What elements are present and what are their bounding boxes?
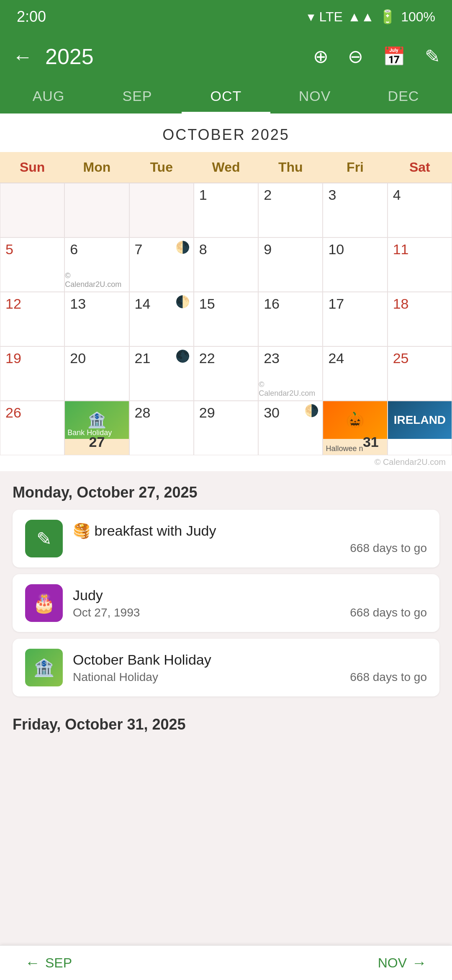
calendar-grid: 1 2 3 4 5 6 © Calendar2U.com 7 🌗 8 9 — [0, 183, 452, 455]
cal-cell-19[interactable]: 19 — [0, 346, 64, 401]
day-number: 17 — [323, 292, 387, 315]
prev-month-label: SEP — [45, 955, 72, 971]
cal-cell-21[interactable]: 21 🌑 — [129, 346, 194, 401]
cal-cell-10[interactable]: 10 — [323, 237, 387, 292]
cal-cell-empty — [64, 183, 129, 237]
cal-cell-5[interactable]: 5 — [0, 237, 64, 292]
year-label: 2025 — [45, 44, 301, 69]
status-icons: ▾ LTE ▲▲ 🔋 100% — [308, 9, 436, 25]
day-number: 16 — [259, 292, 322, 315]
day-number: 12 — [0, 292, 64, 315]
toolbar-icons: ⊕ ⊖ 📅 ✎ — [310, 42, 444, 71]
event-text-judy: Judy Oct 27, 1993 — [73, 587, 140, 619]
cal-cell-12[interactable]: 12 — [0, 292, 64, 346]
day-number: 24 — [323, 347, 387, 370]
prev-arrow-icon: ← — [25, 954, 40, 972]
event-days-row: 668 days to go — [73, 542, 427, 555]
next-month-button[interactable]: NOV → — [378, 954, 427, 972]
cal-cell-7[interactable]: 7 🌗 — [129, 237, 194, 292]
cal-cell-31[interactable]: 🎃 Hallowee n 31 — [323, 401, 387, 455]
cal-cell-26[interactable]: 26 — [0, 401, 64, 455]
battery-icon: 🔋 — [379, 9, 396, 25]
event-card-inner-judy: Judy Oct 27, 1993 668 days to go — [73, 587, 427, 619]
signal-icon: ▲▲ — [348, 9, 374, 25]
battery-percent: 100% — [401, 9, 435, 25]
cal-cell-1[interactable]: 1 — [194, 183, 258, 237]
day-number: 15 — [194, 292, 258, 315]
event-icon-bank: 🏦 — [25, 649, 63, 686]
tab-nov[interactable]: NOV — [270, 80, 359, 113]
next-month-label: NOV — [378, 955, 407, 971]
day-number: 25 — [388, 347, 452, 370]
cal-cell-8[interactable]: 8 — [194, 237, 258, 292]
cal-cell-13[interactable]: 13 — [64, 292, 129, 346]
wifi-icon: ▾ — [308, 9, 314, 25]
cal-cell-2[interactable]: 2 — [258, 183, 323, 237]
cal-cell-30[interactable]: 30 🌗 — [258, 401, 323, 455]
event-text-bank: October Bank Holiday National Holiday — [73, 652, 211, 684]
cal-cell-4[interactable]: 4 — [388, 183, 452, 237]
calendar-title: OCTOBER 2025 — [0, 113, 452, 152]
event-card-inner-bank: October Bank Holiday National Holiday 66… — [73, 652, 427, 684]
header-thu: Thu — [258, 152, 323, 183]
cal-cell-15[interactable]: 15 — [194, 292, 258, 346]
tab-dec[interactable]: DEC — [359, 80, 448, 113]
birthday-icon: 🎂 — [33, 592, 56, 614]
tab-aug[interactable]: AUG — [4, 80, 93, 113]
day-number: 27 — [84, 431, 110, 454]
watermark-23: © Calendar2U.com — [259, 380, 321, 398]
tab-oct[interactable]: OCT — [182, 80, 270, 113]
day-number: 8 — [194, 238, 258, 261]
day-number: 28 — [130, 401, 193, 424]
prev-month-button[interactable]: ← SEP — [25, 954, 72, 972]
cal-cell-16[interactable]: 16 — [258, 292, 323, 346]
days-to-go-judy: 668 days to go — [350, 606, 427, 619]
day-number: 23 — [259, 347, 322, 370]
event-title-bank: October Bank Holiday — [73, 652, 211, 668]
header-sun: Sun — [0, 152, 64, 183]
event-card-bank-holiday[interactable]: 🏦 October Bank Holiday National Holiday … — [13, 639, 439, 696]
cal-cell-14[interactable]: 14 🌓 — [129, 292, 194, 346]
cal-cell-29[interactable]: 29 — [194, 401, 258, 455]
day-number: 1 — [194, 183, 258, 206]
cal-cell-17[interactable]: 17 — [323, 292, 387, 346]
watermark-6: © Calendar2U.com — [65, 271, 125, 289]
back-button[interactable]: ← — [8, 41, 37, 72]
moon-icon-21: 🌑 — [175, 349, 190, 363]
day-number: 11 — [388, 238, 452, 261]
cal-cell-6[interactable]: 6 © Calendar2U.com — [64, 237, 129, 292]
cal-cell-20[interactable]: 20 — [64, 346, 129, 401]
bottom-nav: ← SEP NOV → — [0, 945, 452, 980]
calendar: OCTOBER 2025 Sun Mon Tue Wed Thu Fri Sat… — [0, 113, 452, 471]
cal-cell-18[interactable]: 18 — [388, 292, 452, 346]
cal-cell-28[interactable]: 28 — [129, 401, 194, 455]
header-fri: Fri — [323, 152, 387, 183]
day-number: 20 — [65, 347, 128, 370]
moon-icon-7: 🌗 — [175, 240, 190, 254]
cal-cell-11[interactable]: 11 — [388, 237, 452, 292]
cal-cell-24[interactable]: 24 — [323, 346, 387, 401]
cal-cell-empty — [129, 183, 194, 237]
day-number: 2 — [259, 183, 322, 206]
zoom-in-button[interactable]: ⊕ — [310, 42, 332, 71]
event-card-judy[interactable]: 🎂 Judy Oct 27, 1993 668 days to go — [13, 574, 439, 632]
cal-cell-3[interactable]: 3 — [323, 183, 387, 237]
cal-cell-ireland[interactable]: IRELAND — [388, 401, 452, 455]
edit-button[interactable]: ✎ — [421, 42, 444, 71]
header-sat: Sat — [388, 152, 452, 183]
cal-cell-27[interactable]: 🏦 Bank Holiday 27 — [64, 401, 129, 455]
event-card-row-judy: Judy Oct 27, 1993 668 days to go — [73, 587, 427, 619]
event-card-breakfast[interactable]: ✎ 🥞 breakfast with Judy 668 days to go — [13, 510, 439, 567]
cal-cell-22[interactable]: 22 — [194, 346, 258, 401]
day-number: 26 — [0, 401, 64, 424]
tab-sep[interactable]: SEP — [93, 80, 182, 113]
next-month-section: Friday, October 31, 2025 — [0, 707, 452, 738]
header-wed: Wed — [194, 152, 258, 183]
status-bar: 2:00 ▾ LTE ▲▲ 🔋 100% — [0, 0, 452, 34]
calendar-view-button[interactable]: 📅 — [379, 42, 409, 71]
cal-cell-23[interactable]: 23 © Calendar2U.com — [258, 346, 323, 401]
cal-cell-9[interactable]: 9 — [258, 237, 323, 292]
next-arrow-icon: → — [412, 954, 427, 972]
cal-cell-25[interactable]: 25 — [388, 346, 452, 401]
zoom-out-button[interactable]: ⊖ — [344, 42, 367, 71]
